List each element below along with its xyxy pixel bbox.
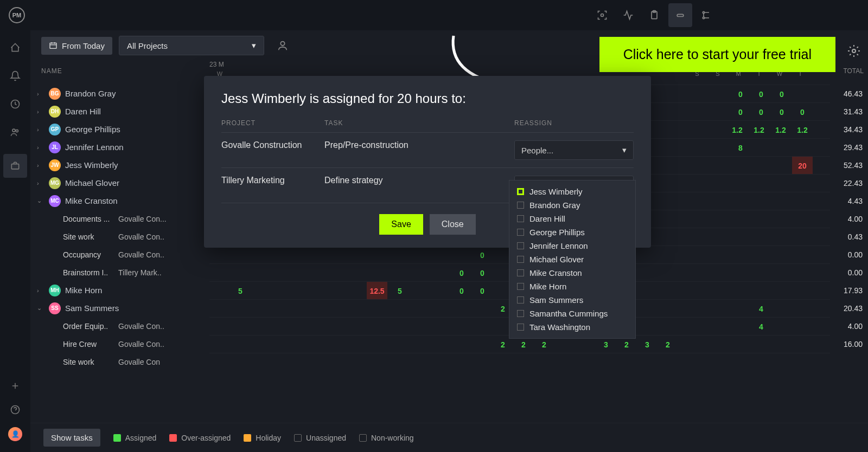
- people-dropdown[interactable]: People...▾: [514, 140, 634, 160]
- hour-cell[interactable]: 1.2: [792, 121, 813, 139]
- hour-cell[interactable]: 8: [730, 139, 751, 157]
- person-row[interactable]: ›DHDaren Hill: [30, 102, 209, 120]
- checkbox[interactable]: [517, 229, 524, 236]
- people-option[interactable]: Jess Wimberly: [509, 185, 635, 198]
- save-button[interactable]: Save: [379, 214, 423, 235]
- person-row[interactable]: ›BGBrandon Gray: [30, 85, 209, 102]
- hour-cell[interactable]: 0: [751, 85, 771, 103]
- hour-cell[interactable]: 0: [451, 282, 472, 300]
- hour-cell[interactable]: 12.5: [367, 282, 387, 300]
- hour-cell[interactable]: 5: [230, 282, 251, 300]
- avatar: SS: [49, 302, 61, 314]
- hour-cell[interactable]: 0: [472, 264, 493, 282]
- people-option[interactable]: Tara Washington: [509, 320, 635, 334]
- gear-icon[interactable]: [847, 44, 860, 60]
- hour-cell[interactable]: 0: [730, 85, 751, 103]
- hour-cell[interactable]: 1.2: [749, 121, 769, 139]
- plus-icon[interactable]: [9, 379, 22, 392]
- hour-cell[interactable]: 4: [751, 300, 771, 318]
- avatar: DH: [49, 106, 61, 118]
- user-filter-icon[interactable]: [275, 38, 290, 53]
- hour-cell[interactable]: 0: [771, 85, 792, 103]
- people-option[interactable]: Michael Glover: [509, 253, 635, 266]
- home-icon[interactable]: [9, 41, 22, 54]
- total-value: 4.00: [830, 210, 868, 228]
- modal-task: Prep/Pre-construction: [324, 140, 514, 160]
- briefcase-icon[interactable]: [3, 154, 27, 178]
- show-tasks-button[interactable]: Show tasks: [43, 429, 100, 447]
- task-row[interactable]: Order Equip..Govalle Con..: [30, 317, 209, 335]
- hour-cell[interactable]: 0: [751, 103, 771, 121]
- people-option[interactable]: Sam Summers: [509, 293, 635, 307]
- task-row[interactable]: Brainstorm I..Tillery Mark..: [30, 263, 209, 281]
- checkbox[interactable]: [517, 296, 524, 304]
- clock-icon[interactable]: [9, 98, 22, 111]
- person-row[interactable]: ›JLJennifer Lennon: [30, 138, 209, 156]
- people-option[interactable]: George Phillips: [509, 225, 635, 239]
- chevron-down-icon: ▾: [252, 41, 256, 50]
- task-row[interactable]: Hire CrewGovalle Con..: [30, 335, 209, 353]
- hour-cell[interactable]: 0: [730, 103, 751, 121]
- checkbox[interactable]: [517, 202, 524, 209]
- close-button[interactable]: Close: [430, 214, 476, 235]
- bell-icon[interactable]: [9, 69, 22, 82]
- task-row[interactable]: OccupancyGovalle Con..: [30, 246, 209, 263]
- checkbox[interactable]: [517, 242, 524, 249]
- people-icon[interactable]: [9, 126, 22, 139]
- people-option[interactable]: Mike Cranston: [509, 266, 635, 280]
- from-today-button[interactable]: From Today: [41, 37, 112, 55]
- hour-cell[interactable]: 0: [472, 282, 493, 300]
- person-name: Mike Cranston: [65, 196, 118, 205]
- option-label: Sam Summers: [529, 295, 583, 305]
- legend-item: Holiday: [244, 434, 281, 442]
- task-row[interactable]: Documents ...Govalle Con...: [30, 210, 209, 228]
- checkbox[interactable]: [517, 283, 524, 290]
- help-icon[interactable]: [9, 403, 22, 416]
- people-option[interactable]: Jennifer Lennon: [509, 239, 635, 253]
- people-option[interactable]: Mike Horn: [509, 280, 635, 293]
- avatar: GP: [49, 124, 61, 135]
- person-row[interactable]: ›MHMike Horn: [30, 281, 209, 299]
- chevron-icon: ›: [37, 91, 44, 97]
- chevron-icon: ›: [37, 180, 44, 186]
- person-row[interactable]: ›MGMichael Glover: [30, 174, 209, 192]
- hour-cell[interactable]: 20: [792, 157, 813, 175]
- scan-icon[interactable]: [590, 3, 614, 27]
- hour-cell[interactable]: 0: [451, 264, 472, 282]
- checkbox[interactable]: [517, 310, 524, 317]
- hour-cell[interactable]: 0: [472, 246, 493, 264]
- checkbox[interactable]: [517, 188, 524, 195]
- activity-icon[interactable]: [616, 3, 640, 27]
- modal-project: Tillery Marketing: [221, 176, 324, 195]
- checkbox[interactable]: [517, 324, 524, 331]
- person-row[interactable]: ⌄SSSam Summers: [30, 299, 209, 317]
- people-option[interactable]: Samantha Cummings: [509, 307, 635, 320]
- hour-cell[interactable]: 0: [792, 103, 813, 121]
- cta-banner[interactable]: Click here to start your free trial: [599, 37, 835, 72]
- hour-cell[interactable]: 4: [751, 318, 771, 335]
- projects-dropdown[interactable]: All Projects ▾: [119, 36, 264, 55]
- people-option[interactable]: Daren Hill: [509, 212, 635, 225]
- flow-icon[interactable]: [694, 3, 718, 27]
- hour-cell[interactable]: 0: [771, 103, 792, 121]
- hour-cell[interactable]: 5: [390, 282, 410, 300]
- checkbox[interactable]: [517, 256, 524, 263]
- attachment-icon[interactable]: [668, 3, 692, 27]
- task-row[interactable]: Site workGovalle Con: [30, 353, 209, 371]
- hour-cell[interactable]: 3: [637, 335, 658, 353]
- hour-cell[interactable]: 1.2: [770, 121, 791, 139]
- clipboard-icon[interactable]: [642, 3, 666, 27]
- checkbox[interactable]: [517, 269, 524, 276]
- checkbox[interactable]: [517, 215, 524, 222]
- person-row[interactable]: ›JWJess Wimberly: [30, 156, 209, 174]
- total-value: 0.00: [830, 246, 868, 263]
- task-name: Brainstorm I..: [63, 268, 114, 277]
- person-row[interactable]: ›GPGeorge Phillips: [30, 120, 209, 138]
- people-option[interactable]: Brandon Gray: [509, 198, 635, 212]
- hour-cell[interactable]: 1.2: [727, 121, 748, 139]
- user-avatar[interactable]: 👤: [8, 427, 22, 441]
- task-row[interactable]: Site workGovalle Con..: [30, 228, 209, 246]
- person-row[interactable]: ⌄MCMike Cranston: [30, 192, 209, 210]
- hour-cell[interactable]: 2: [658, 335, 678, 353]
- dropdown-label: People...: [521, 146, 553, 155]
